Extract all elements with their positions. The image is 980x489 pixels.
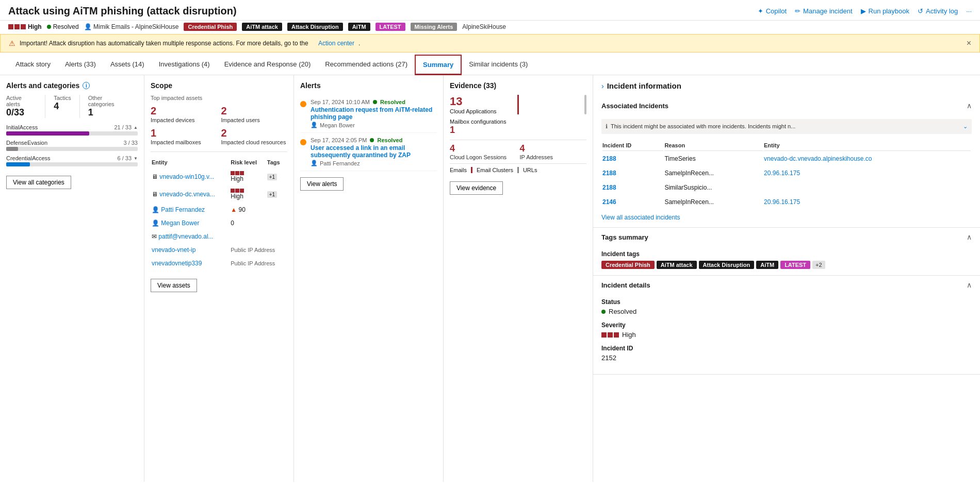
tab-evidence-response[interactable]: Evidence and Response (20) xyxy=(217,55,318,74)
tags-summary-header[interactable]: Tags summary ∧ xyxy=(593,228,980,246)
clock-icon: ↺ xyxy=(918,7,923,15)
evidence-divider xyxy=(450,140,586,140)
entity-col-header: Entity xyxy=(152,157,230,167)
tab-recommended-actions[interactable]: Recommended actions (27) xyxy=(318,55,415,74)
copilot-button[interactable]: ✦ Copilot xyxy=(758,7,787,15)
incident-entity-link-2[interactable]: 20.96.16.175 xyxy=(764,170,800,177)
entity-vnevado-dc[interactable]: vnevado-dc.vneva... xyxy=(159,191,215,198)
entity-vnevado-win10[interactable]: vnevado-win10g.v... xyxy=(159,173,214,180)
view-all-categories-button[interactable]: View all categories xyxy=(6,176,71,189)
tag-org: AlpineSkiHouse xyxy=(462,23,506,30)
entity-vnevado-vnet-ip[interactable]: vnevado-vnet-ip xyxy=(152,246,195,254)
table-row: 🖥 vnevado-win10g.v... High +1 xyxy=(152,168,286,185)
table-row: 👤 Megan Bower 0 xyxy=(152,217,286,229)
defense-evasion-fill xyxy=(6,147,18,151)
entity-pattif-mail[interactable]: pattif@vnevado.al... xyxy=(158,233,213,240)
table-row: ✉ pattif@vnevado.al... xyxy=(152,230,286,243)
associated-incidents-header[interactable]: Associated Incidents ∧ xyxy=(593,96,980,115)
tab-alerts[interactable]: Alerts (33) xyxy=(58,55,103,74)
evidence-divider-2 xyxy=(450,163,586,164)
alerts-panel: Alerts Sep 17, 2024 10:10 AM Resolved Au… xyxy=(294,75,444,482)
evidence-scroll xyxy=(519,95,586,114)
device-icon: 🖥 xyxy=(152,191,158,198)
tag-attack-disruption[interactable]: Attack Disruption xyxy=(287,23,343,31)
alerts-categories-panel: Alerts and categories i Active alerts 0/… xyxy=(0,75,144,482)
scope-table: Entity Risk level Tags 🖥 vnevado-win10g.… xyxy=(151,156,287,271)
risk-blocks xyxy=(231,189,263,193)
evidence-ip-addresses: 4 IP Addresses xyxy=(520,143,587,160)
more-icon: ··· xyxy=(966,7,972,15)
evidence-bottom-row: Emails Email Clusters URLs xyxy=(450,167,586,173)
info-icon[interactable]: i xyxy=(83,82,90,89)
manage-incident-button[interactable]: ✏ Manage incident xyxy=(795,7,852,15)
summary-tag-aitm-attack[interactable]: AiTM attack xyxy=(657,261,697,269)
alert-title-2[interactable]: User accessed a link in an email subsequ… xyxy=(311,144,437,159)
user-icon: 👤 xyxy=(152,206,159,213)
table-row: vnevadovnetip339 Public IP Address xyxy=(152,257,286,269)
resolved-dot-small xyxy=(370,138,374,142)
incident-entity-link-1[interactable]: vnevado-dc.vnevado.alpineskihouse.co xyxy=(764,155,872,162)
tab-investigations[interactable]: Investigations (4) xyxy=(152,55,217,74)
subtitle-row: High Resolved 👤 Mimik Emails - AlpineSki… xyxy=(0,21,980,34)
tab-assets[interactable]: Assets (14) xyxy=(103,55,152,74)
evidence-scrollbar[interactable] xyxy=(584,95,586,114)
table-row: 👤 Patti Fernandez ▲ 90 xyxy=(152,204,286,216)
view-alerts-button[interactable]: View alerts xyxy=(300,177,344,191)
evidence-title: Evidence (33) xyxy=(450,81,586,90)
edit-icon: ✏ xyxy=(795,7,801,15)
summary-tag-plus[interactable]: +2 xyxy=(812,261,825,269)
scroll-down-icon: ▼ xyxy=(134,156,138,161)
summary-tag-attack-disruption[interactable]: Attack Disruption xyxy=(699,261,755,269)
tags-summary-content: Incident tags Credential Phish AiTM atta… xyxy=(593,246,980,275)
tag-credential-phish[interactable]: Credential Phish xyxy=(184,23,237,31)
entity-patti-fernandez[interactable]: Patti Fernandez xyxy=(161,206,205,213)
scope-divider xyxy=(151,151,287,152)
activity-log-button[interactable]: ↺ Activity log xyxy=(918,7,958,15)
action-center-link[interactable]: Action center xyxy=(318,40,354,47)
initial-access-fill xyxy=(6,131,89,136)
incident-entity-link-4[interactable]: 20.96.16.175 xyxy=(764,198,800,206)
tab-similar-incidents[interactable]: Similar incidents (3) xyxy=(462,55,535,74)
alert-item: Sep 17, 2024 10:10 AM Resolved Authentic… xyxy=(300,95,437,133)
credential-access-track xyxy=(6,162,138,166)
expand-icon[interactable]: › xyxy=(601,82,604,90)
severity-badge: High xyxy=(8,23,42,30)
view-all-incidents-link[interactable]: View all associated incidents xyxy=(601,214,972,221)
summary-tag-aitm[interactable]: AiTM xyxy=(756,261,778,269)
scope-metrics-grid: 2 Impacted devices 2 Impacted users 1 Im… xyxy=(151,105,287,145)
user-icon-sm: 👤 xyxy=(311,160,318,166)
associated-info-box: ℹ This incident might be associated with… xyxy=(601,119,972,134)
summary-tag-cred-phish[interactable]: Credential Phish xyxy=(601,261,655,269)
incident-row: 2146 SamelpInRecen... 20.96.16.175 xyxy=(602,195,971,209)
alert-severity-dot xyxy=(300,101,306,107)
incident-id-2188-3[interactable]: 2188 xyxy=(602,184,616,191)
incident-details-header[interactable]: Incident details ∧ xyxy=(593,276,980,294)
tag-missing-alerts[interactable]: Missing Alerts xyxy=(411,23,458,31)
incident-id-2146[interactable]: 2146 xyxy=(602,198,616,206)
run-playbook-button[interactable]: ▶ Run playbook xyxy=(861,7,910,15)
tab-attack-story[interactable]: Attack story xyxy=(8,55,58,74)
user-icon: 👤 xyxy=(152,220,159,227)
status-detail: Status Resolved xyxy=(601,298,972,315)
entity-megan-bower[interactable]: Megan Bower xyxy=(161,220,199,227)
info-circle-icon: ℹ xyxy=(606,123,608,130)
evidence-emails: Emails xyxy=(450,167,472,173)
banner-close-button[interactable]: × xyxy=(967,39,971,48)
tag-latest[interactable]: LATEST xyxy=(375,23,405,31)
incident-details-section: Incident details ∧ Status Resolved Sever… xyxy=(593,276,980,375)
alert-title-1[interactable]: Authentication request from AiTM-related… xyxy=(311,106,437,121)
info-expand-icon[interactable]: ⌄ xyxy=(963,123,968,130)
incident-id-2188-1[interactable]: 2188 xyxy=(602,155,616,162)
entity-vnevadovnetip339[interactable]: vnevadovnetip339 xyxy=(152,260,202,267)
incident-id-2188-2[interactable]: 2188 xyxy=(602,170,616,177)
incident-id-col-header: Incident ID xyxy=(602,140,663,151)
tag-aitm[interactable]: AiTM xyxy=(348,23,370,31)
tag-aitm-attack[interactable]: AiTM attack xyxy=(242,23,282,31)
tab-summary[interactable]: Summary xyxy=(415,55,462,75)
impacted-cloud-resources-metric: 2 Impacted cloud resources xyxy=(221,127,288,145)
evidence-panel: Evidence (33) 13 Cloud Applications Mail… xyxy=(444,75,593,482)
view-assets-button[interactable]: View assets xyxy=(151,279,197,292)
summary-tag-latest[interactable]: LATEST xyxy=(780,261,810,269)
more-actions-button[interactable]: ··· xyxy=(966,7,972,15)
view-evidence-button[interactable]: View evidence xyxy=(450,181,503,195)
